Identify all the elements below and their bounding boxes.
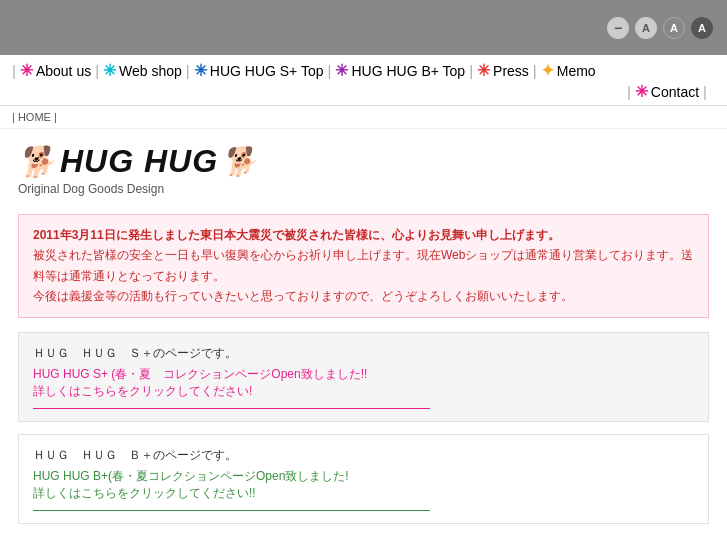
logo-main: 🐕 HUG HUG 🐕: [18, 143, 258, 180]
nav-asterisk-contact: ✳: [635, 82, 648, 101]
nav-sep-1: |: [95, 62, 99, 79]
info-body: 被災された皆様の安全と一日も早い復興を心からお祈り申し上げます。現在Webショッ…: [33, 245, 694, 286]
nav-bar: | ✳ About us | ✳ Web shop | ✳ HUG HUG S+…: [0, 55, 727, 106]
breadcrumb: | HOME |: [0, 106, 727, 129]
section-b-link[interactable]: HUG HUG B+(春・夏コレクションページOpen致しました!: [33, 468, 694, 485]
main-content: 2011年3月11日に発生しました東日本大震災で被災された皆様に、心よりお見舞い…: [0, 206, 727, 545]
nav-item-about-us[interactable]: ✳ About us: [20, 61, 91, 80]
nav-asterisk-press: ✳: [477, 61, 490, 80]
nav-sep-contact-post: |: [703, 83, 707, 100]
font-medium-button[interactable]: A: [663, 17, 685, 39]
dog-icon-right: 🐕: [222, 145, 258, 178]
font-decrease-button[interactable]: −: [607, 17, 629, 39]
nav-sep-0: |: [12, 62, 16, 79]
logo-block: 🐕 HUG HUG 🐕 Original Dog Goods Design: [18, 143, 258, 196]
nav-item-hug-s[interactable]: ✳ HUG HUG S+ Top: [194, 61, 324, 80]
nav-sep-4: |: [469, 62, 473, 79]
info-box-pink: 2011年3月11日に発生しました東日本大震災で被災された皆様に、心よりお見舞い…: [18, 214, 709, 318]
nav-label-web-shop: Web shop: [119, 63, 182, 79]
breadcrumb-text: | HOME |: [12, 111, 57, 123]
nav-asterisk-memo: ✦: [541, 61, 554, 80]
nav-label-hug-b: HUG HUG B+ Top: [351, 63, 465, 79]
section-b-note: 詳しくはこちらをクリックしてください!!: [33, 485, 694, 502]
section-s-note: 詳しくはこちらをクリックしてください!: [33, 383, 694, 400]
section-s-link[interactable]: HUG HUG S+ (春・夏 コレクションページOpen致しました!!: [33, 366, 694, 383]
top-banner-icons: − A A A: [607, 17, 713, 39]
section-s-divider: [33, 408, 430, 409]
section-b-divider: [33, 510, 430, 511]
nav-label-contact: Contact: [651, 84, 699, 100]
nav-asterisk-about-us: ✳: [20, 61, 33, 80]
nav-item-memo[interactable]: ✦ Memo: [541, 61, 596, 80]
dog-icon-left: 🐕: [18, 144, 56, 179]
nav-item-contact[interactable]: ✳ Contact: [635, 82, 699, 101]
nav-sep-2: |: [186, 62, 190, 79]
font-large-button[interactable]: A: [691, 17, 713, 39]
nav-asterisk-web-shop: ✳: [103, 61, 116, 80]
section-hug-b: ＨＵＧ ＨＵＧ Ｂ＋のページです。 HUG HUG B+(春・夏コレクションペー…: [18, 434, 709, 524]
nav-asterisk-hug-s: ✳: [194, 61, 207, 80]
logo-sub: Original Dog Goods Design: [18, 182, 258, 196]
nav-sep-5: |: [533, 62, 537, 79]
nav-sep-3: |: [328, 62, 332, 79]
section-hug-s: ＨＵＧ ＨＵＧ Ｓ＋のページです。 HUG HUG S+ (春・夏 コレクション…: [18, 332, 709, 422]
nav-sep-contact-pre: |: [627, 83, 631, 100]
nav-item-hug-b[interactable]: ✳ HUG HUG B+ Top: [335, 61, 465, 80]
top-banner: − A A A: [0, 0, 727, 55]
nav-second-row: | ✳ Contact |: [8, 82, 719, 101]
nav-asterisk-hug-b: ✳: [335, 61, 348, 80]
logo-area: 🐕 HUG HUG 🐕 Original Dog Goods Design: [0, 129, 727, 206]
nav-item-web-shop[interactable]: ✳ Web shop: [103, 61, 182, 80]
font-small-button[interactable]: A: [635, 17, 657, 39]
nav-item-press[interactable]: ✳ Press: [477, 61, 529, 80]
nav-label-memo: Memo: [557, 63, 596, 79]
nav-label-hug-s: HUG HUG S+ Top: [210, 63, 324, 79]
logo-text-main: HUG HUG: [60, 143, 218, 180]
info-note: 今後は義援金等の活動も行っていきたいと思っておりますので、どうぞよろしくお願いい…: [33, 286, 694, 306]
section-s-title: ＨＵＧ ＨＵＧ Ｓ＋のページです。: [33, 345, 694, 362]
info-date-line: 2011年3月11日に発生しました東日本大震災で被災された皆様に、心よりお見舞い…: [33, 225, 694, 245]
nav-label-press: Press: [493, 63, 529, 79]
section-b-title: ＨＵＧ ＨＵＧ Ｂ＋のページです。: [33, 447, 694, 464]
nav-label-about-us: About us: [36, 63, 91, 79]
